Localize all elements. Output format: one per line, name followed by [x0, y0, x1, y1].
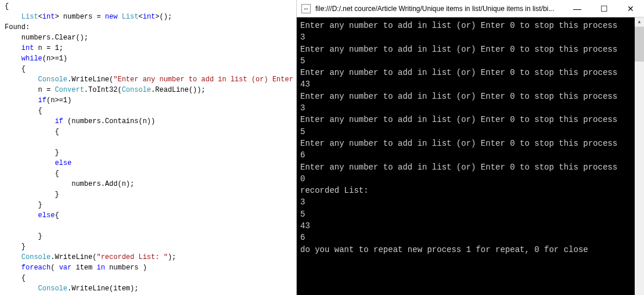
- close-button[interactable]: ✕: [617, 0, 644, 17]
- vertical-scrollbar[interactable]: ▲: [635, 17, 644, 295]
- scroll-thumb[interactable]: [635, 27, 644, 62]
- console-output-text: Enter any number to add in list (or) Ent…: [300, 20, 641, 256]
- console-output-area[interactable]: Enter any number to add in list (or) Ent…: [297, 17, 644, 295]
- titlebar[interactable]: ▭ file:///D:/.net cource/Article Writing…: [297, 0, 644, 17]
- code-content: { List<int> numbers = new List<int>(); F…: [5, 1, 296, 295]
- scroll-up-arrow-icon[interactable]: ▲: [635, 17, 644, 27]
- maximize-button[interactable]: ☐: [591, 0, 617, 17]
- console-window: ▭ file:///D:/.net cource/Article Writing…: [296, 0, 644, 295]
- app-icon: ▭: [301, 4, 311, 13]
- window-controls: — ☐ ✕: [564, 0, 644, 17]
- window-title: file:///D:/.net cource/Article Writing/U…: [315, 5, 564, 13]
- code-editor-pane[interactable]: { List<int> numbers = new List<int>(); F…: [0, 0, 296, 295]
- minimize-button[interactable]: —: [564, 0, 591, 17]
